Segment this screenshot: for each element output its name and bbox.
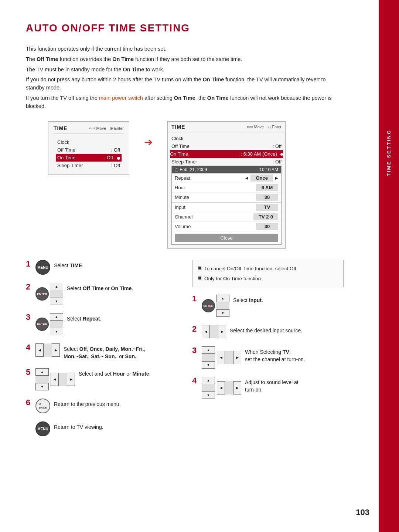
up-button-3[interactable]: ▲	[50, 313, 63, 321]
step-1: 1 MENU Select TIME.	[26, 260, 177, 275]
up-button-2[interactable]: ▲	[50, 283, 63, 290]
menu-button-last[interactable]: MENU	[35, 421, 50, 436]
left-button-r4[interactable]: ◀	[217, 381, 225, 394]
volume-value: 30	[256, 223, 278, 230]
time-detail-box: ◌ Feb. 21, 2009 10:10 AM Repeat ◀ Once ▶…	[171, 166, 282, 245]
diagram-left-nav: ⟺ Move ⊙ Enter	[89, 126, 124, 131]
enter-button-2[interactable]: ENTER	[35, 287, 49, 301]
detail-volume: Volume 30	[172, 222, 281, 231]
right-step-1-text: Select Input.	[233, 295, 263, 304]
detail-time: 10:10 AM	[259, 167, 278, 172]
right-step-4-text: Adjust to sound level atturn-on.	[245, 377, 299, 393]
input-value: TV	[256, 204, 278, 211]
up-button-5[interactable]: ▲	[35, 368, 49, 376]
right-step-2-text: Select the desired input source.	[230, 325, 302, 335]
up-button-r1[interactable]: ▲	[216, 295, 229, 302]
back-button[interactable]: ↺BACK	[35, 399, 50, 413]
enter-button-r1[interactable]: ENTER	[202, 299, 215, 312]
notes-box: To cancel On/Off Time function, select O…	[192, 260, 344, 287]
left-button-r2[interactable]: ◀	[202, 325, 210, 338]
down-button-r4[interactable]: ▼	[202, 392, 215, 399]
right-step-3: 3 ▲ ▼ ◀ ▶ When Selecting TV: set th	[192, 346, 344, 369]
diagrams-row: TIME ⟺ Move ⊙ Enter Clock Off Time: Off …	[48, 121, 344, 249]
channel-value: TV 2-0	[253, 213, 278, 220]
note-2: Only for On Time function	[198, 275, 337, 283]
intro-line4: If you do not press any button within 2 …	[26, 76, 344, 92]
left-button-4[interactable]: ◀	[35, 343, 44, 357]
intro-line2: The Off Time function overrides the On T…	[26, 55, 344, 64]
down-button-r1[interactable]: ▼	[216, 309, 229, 317]
diagram-right: TIME ⟺ Move ⊙ Enter Clock Off Time: Off …	[167, 121, 286, 249]
menu-row-clock: Clock	[57, 138, 120, 146]
step-3: 3 ENTER ▲ ▼ Selec	[26, 313, 177, 335]
right-step-1: 1 ENTER ▲ ▼ Selec	[192, 295, 344, 317]
arrow-right: ➔	[144, 121, 153, 148]
intro-line1: This function operates only if the curre…	[26, 45, 344, 53]
dr-clock: Clock	[171, 135, 282, 142]
menu-row-offtime: Off Time: Off	[57, 146, 120, 154]
repeat-next-icon[interactable]: ▶	[275, 176, 278, 180]
step-menu: MENU Return to TV viewing.	[26, 421, 177, 436]
note-1: To cancel On/Off Time function, select O…	[198, 265, 337, 273]
down-button-5[interactable]: ▼	[35, 383, 49, 390]
right-button-r2[interactable]: ▶	[218, 325, 226, 338]
repeat-value: Once	[250, 174, 273, 182]
right-button-r3[interactable]: ▶	[233, 351, 241, 364]
menu-row-sleep: Sleep Timer: Off	[57, 162, 120, 169]
right-button-r4[interactable]: ▶	[233, 381, 241, 394]
diagram-right-title: TIME	[171, 124, 185, 130]
diagram-left-title: TIME	[54, 125, 67, 131]
right-button-5[interactable]: ▶	[67, 373, 75, 386]
down-button-3[interactable]: ▼	[50, 328, 63, 335]
steps-right: To cancel On/Off Time function, select O…	[192, 260, 344, 444]
detail-hour: Hour 6 AM	[172, 183, 281, 193]
steps-left: 1 MENU Select TIME. 2 ENTER	[26, 260, 177, 444]
menu-button-1[interactable]: MENU	[35, 260, 50, 275]
step-1-text: Select TIME.	[54, 260, 83, 270]
detail-repeat: Repeat ◀ Once ▶	[172, 173, 281, 183]
left-button-5[interactable]: ◀	[51, 373, 59, 386]
left-button-r3[interactable]: ◀	[217, 351, 225, 364]
enter-button-3[interactable]: ENTER	[35, 318, 49, 331]
hour-value: 6 AM	[256, 184, 278, 191]
step-6-text: Return to the previous menu.	[54, 399, 121, 408]
step-4-text: Select Off, Once, Daily, Mon.~Fri., Mon.…	[64, 343, 145, 360]
minute-value: 30	[256, 194, 278, 201]
intro-line5: If you turn the TV off using the main po…	[26, 94, 344, 111]
detail-channel: Channel TV 2-0	[172, 212, 281, 222]
repeat-prev-icon[interactable]: ◀	[245, 176, 248, 180]
step-5-text: Select and set Hour or Minute.	[79, 368, 151, 378]
diagram-left: TIME ⟺ Move ⊙ Enter Clock Off Time: Off …	[48, 121, 129, 175]
step-3-text: Select Repeat.	[67, 313, 101, 323]
step-2: 2 ENTER ▲ ▼ Selec	[26, 283, 177, 305]
dr-sleep: Sleep Timer: Off	[171, 158, 282, 166]
right-button-4[interactable]: ▶	[52, 343, 60, 357]
up-button-r3[interactable]: ▲	[202, 346, 215, 354]
dr-ontime: On Time : 6:30 AM (Once)	[170, 150, 283, 158]
detail-minute: Minute 30	[172, 193, 281, 202]
step-4: 4 ◀ ▶ Select Off, Once, Daily, Mon.~Fri.…	[26, 343, 177, 360]
down-button-2[interactable]: ▼	[50, 298, 63, 305]
close-button[interactable]: Close	[175, 234, 278, 242]
step-5: 5 ▲ ▼ ◀ ▶ Select and set Hour or Minute.	[26, 368, 177, 390]
page-title: AUTO ON/OFF TIME SETTING	[26, 22, 344, 34]
menu-row-ontime: On Time : Off	[56, 154, 122, 162]
diagram-right-nav: ⟺ Move ⊙ Enter	[247, 124, 282, 129]
detail-date: ◌ Feb. 21, 2009	[175, 167, 207, 172]
steps-container: 1 MENU Select TIME. 2 ENTER	[26, 260, 344, 444]
intro-line3: The TV must be in standby mode for the O…	[26, 66, 344, 74]
right-step-4: 4 ▲ ▼ ◀ ▶ Adjust to sound level atturn-o…	[192, 377, 344, 399]
dr-offtime: Off Time: Off	[171, 142, 282, 150]
detail-input: Input TV	[172, 202, 281, 212]
step-menu-text: Return to TV viewing.	[54, 421, 103, 431]
right-step-2: 2 ◀ ▶ Select the desired input source.	[192, 325, 344, 338]
right-step-3-text: When Selecting TV: set the channel at tu…	[245, 346, 305, 363]
up-button-r4[interactable]: ▲	[202, 377, 215, 384]
down-button-r3[interactable]: ▼	[202, 361, 215, 369]
sidebar-label: TIME SETTING	[386, 129, 392, 176]
page-number: 103	[356, 508, 369, 517]
step-6: 6 ↺BACK Return to the previous menu.	[26, 399, 177, 413]
step-2-text: Select Off Time or On Time.	[67, 283, 133, 292]
right-sidebar: TIME SETTING	[379, 0, 399, 532]
